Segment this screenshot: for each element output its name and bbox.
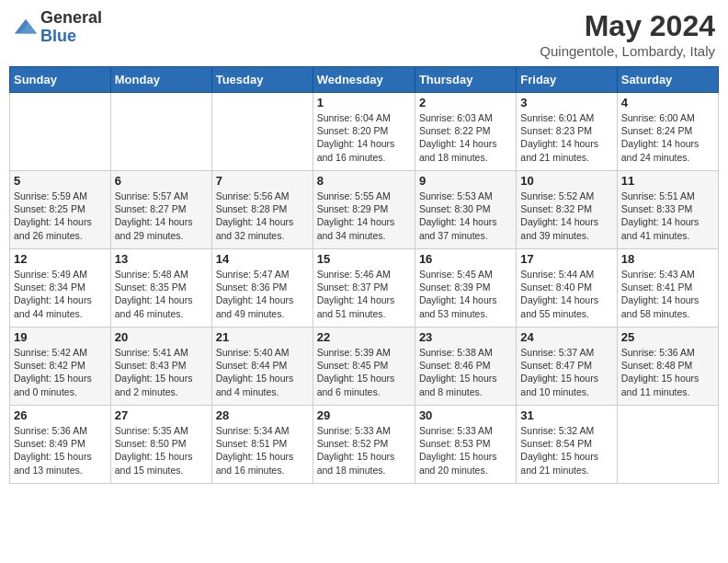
day-number: 2 xyxy=(419,96,512,109)
day-detail: Sunrise: 5:45 AM Sunset: 8:39 PM Dayligh… xyxy=(419,268,512,320)
calendar-cell: 27Sunrise: 5:35 AM Sunset: 8:50 PM Dayli… xyxy=(110,406,211,484)
day-detail: Sunrise: 5:41 AM Sunset: 8:43 PM Dayligh… xyxy=(115,346,208,398)
calendar-cell: 26Sunrise: 5:36 AM Sunset: 8:49 PM Dayli… xyxy=(10,406,111,484)
day-number: 26 xyxy=(14,408,107,422)
weekday-header-wednesday: Wednesday xyxy=(313,67,415,93)
week-row-2: 5Sunrise: 5:59 AM Sunset: 8:25 PM Daylig… xyxy=(10,171,719,249)
calendar-cell: 13Sunrise: 5:48 AM Sunset: 8:35 PM Dayli… xyxy=(110,249,211,327)
logo-text: General Blue xyxy=(40,9,102,46)
weekday-header-thursday: Thursday xyxy=(415,67,516,93)
day-number: 9 xyxy=(419,174,512,188)
calendar-cell: 18Sunrise: 5:43 AM Sunset: 8:41 PM Dayli… xyxy=(617,249,718,327)
day-number: 4 xyxy=(621,96,714,109)
calendar-cell: 23Sunrise: 5:38 AM Sunset: 8:46 PM Dayli… xyxy=(415,327,516,406)
day-detail: Sunrise: 5:53 AM Sunset: 8:30 PM Dayligh… xyxy=(419,190,512,242)
logo-blue: Blue xyxy=(40,28,102,46)
day-number: 15 xyxy=(317,252,411,266)
calendar-cell: 21Sunrise: 5:40 AM Sunset: 8:44 PM Dayli… xyxy=(211,327,313,406)
weekday-header-tuesday: Tuesday xyxy=(211,67,313,93)
day-number: 23 xyxy=(419,330,512,344)
day-number: 28 xyxy=(216,408,309,422)
day-detail: Sunrise: 5:47 AM Sunset: 8:36 PM Dayligh… xyxy=(216,268,309,320)
day-number: 7 xyxy=(216,174,309,188)
day-detail: Sunrise: 5:35 AM Sunset: 8:50 PM Dayligh… xyxy=(115,424,208,477)
calendar-cell: 19Sunrise: 5:42 AM Sunset: 8:42 PM Dayli… xyxy=(10,327,111,406)
day-number: 5 xyxy=(14,174,107,188)
calendar-cell: 6Sunrise: 5:57 AM Sunset: 8:27 PM Daylig… xyxy=(110,171,211,249)
calendar-cell: 12Sunrise: 5:49 AM Sunset: 8:34 PM Dayli… xyxy=(10,249,111,327)
calendar-cell: 28Sunrise: 5:34 AM Sunset: 8:51 PM Dayli… xyxy=(211,406,313,484)
day-detail: Sunrise: 5:39 AM Sunset: 8:45 PM Dayligh… xyxy=(317,346,411,398)
day-detail: Sunrise: 5:33 AM Sunset: 8:52 PM Dayligh… xyxy=(317,424,411,477)
page-header: General Blue May 2024 Quingentole, Lomba… xyxy=(9,9,719,59)
calendar-cell: 15Sunrise: 5:46 AM Sunset: 8:37 PM Dayli… xyxy=(313,249,415,327)
calendar-cell: 2Sunrise: 6:03 AM Sunset: 8:22 PM Daylig… xyxy=(415,93,516,171)
weekday-header-friday: Friday xyxy=(517,67,617,93)
day-detail: Sunrise: 5:32 AM Sunset: 8:54 PM Dayligh… xyxy=(520,424,612,477)
calendar-table: SundayMondayTuesdayWednesdayThursdayFrid… xyxy=(9,66,719,484)
logo-icon xyxy=(13,15,39,40)
day-number: 6 xyxy=(115,174,208,188)
calendar-cell xyxy=(10,93,111,171)
title-block: May 2024 Quingentole, Lombardy, Italy xyxy=(540,9,715,59)
day-number: 25 xyxy=(621,330,714,344)
day-detail: Sunrise: 5:55 AM Sunset: 8:29 PM Dayligh… xyxy=(317,190,411,242)
day-number: 17 xyxy=(520,252,612,266)
day-detail: Sunrise: 5:46 AM Sunset: 8:37 PM Dayligh… xyxy=(317,268,411,320)
day-detail: Sunrise: 6:00 AM Sunset: 8:24 PM Dayligh… xyxy=(621,111,714,164)
calendar-cell: 4Sunrise: 6:00 AM Sunset: 8:24 PM Daylig… xyxy=(617,93,718,171)
day-detail: Sunrise: 5:49 AM Sunset: 8:34 PM Dayligh… xyxy=(14,268,107,320)
day-number: 10 xyxy=(520,174,612,188)
day-number: 20 xyxy=(115,330,208,344)
calendar-cell: 11Sunrise: 5:51 AM Sunset: 8:33 PM Dayli… xyxy=(617,171,718,249)
calendar-cell: 14Sunrise: 5:47 AM Sunset: 8:36 PM Dayli… xyxy=(211,249,313,327)
day-detail: Sunrise: 5:59 AM Sunset: 8:25 PM Dayligh… xyxy=(14,190,107,242)
calendar-cell: 8Sunrise: 5:55 AM Sunset: 8:29 PM Daylig… xyxy=(313,171,415,249)
calendar-cell: 3Sunrise: 6:01 AM Sunset: 8:23 PM Daylig… xyxy=(517,93,617,171)
day-number: 16 xyxy=(419,252,512,266)
week-row-4: 19Sunrise: 5:42 AM Sunset: 8:42 PM Dayli… xyxy=(10,327,719,406)
day-detail: Sunrise: 5:37 AM Sunset: 8:47 PM Dayligh… xyxy=(520,346,612,398)
calendar-cell: 9Sunrise: 5:53 AM Sunset: 8:30 PM Daylig… xyxy=(415,171,516,249)
day-number: 8 xyxy=(317,174,411,188)
day-detail: Sunrise: 5:42 AM Sunset: 8:42 PM Dayligh… xyxy=(14,346,107,398)
day-detail: Sunrise: 5:36 AM Sunset: 8:48 PM Dayligh… xyxy=(621,346,714,398)
week-row-3: 12Sunrise: 5:49 AM Sunset: 8:34 PM Dayli… xyxy=(10,249,719,327)
calendar-cell: 1Sunrise: 6:04 AM Sunset: 8:20 PM Daylig… xyxy=(313,93,415,171)
day-number: 11 xyxy=(621,174,714,188)
day-detail: Sunrise: 5:51 AM Sunset: 8:33 PM Dayligh… xyxy=(621,190,714,242)
month-year: May 2024 xyxy=(540,9,715,43)
weekday-header-sunday: Sunday xyxy=(10,67,111,93)
calendar-cell: 24Sunrise: 5:37 AM Sunset: 8:47 PM Dayli… xyxy=(517,327,617,406)
day-detail: Sunrise: 5:34 AM Sunset: 8:51 PM Dayligh… xyxy=(216,424,309,477)
day-number: 1 xyxy=(317,96,411,109)
calendar-cell: 10Sunrise: 5:52 AM Sunset: 8:32 PM Dayli… xyxy=(517,171,617,249)
day-number: 29 xyxy=(317,408,411,422)
location: Quingentole, Lombardy, Italy xyxy=(540,43,715,59)
calendar-cell: 30Sunrise: 5:33 AM Sunset: 8:53 PM Dayli… xyxy=(415,406,516,484)
day-number: 21 xyxy=(216,330,309,344)
day-detail: Sunrise: 5:48 AM Sunset: 8:35 PM Dayligh… xyxy=(115,268,208,320)
day-number: 31 xyxy=(520,408,612,422)
day-number: 22 xyxy=(317,330,411,344)
day-detail: Sunrise: 6:01 AM Sunset: 8:23 PM Dayligh… xyxy=(520,111,612,164)
day-detail: Sunrise: 5:44 AM Sunset: 8:40 PM Dayligh… xyxy=(520,268,612,320)
calendar-cell: 22Sunrise: 5:39 AM Sunset: 8:45 PM Dayli… xyxy=(313,327,415,406)
calendar-cell: 7Sunrise: 5:56 AM Sunset: 8:28 PM Daylig… xyxy=(211,171,313,249)
calendar-cell: 25Sunrise: 5:36 AM Sunset: 8:48 PM Dayli… xyxy=(617,327,718,406)
logo-general: General xyxy=(40,9,102,28)
day-detail: Sunrise: 5:56 AM Sunset: 8:28 PM Dayligh… xyxy=(216,190,309,242)
day-detail: Sunrise: 6:04 AM Sunset: 8:20 PM Dayligh… xyxy=(317,111,411,164)
day-number: 12 xyxy=(14,252,107,266)
calendar-cell: 17Sunrise: 5:44 AM Sunset: 8:40 PM Dayli… xyxy=(517,249,617,327)
day-detail: Sunrise: 5:57 AM Sunset: 8:27 PM Dayligh… xyxy=(115,190,208,242)
weekday-header-saturday: Saturday xyxy=(617,67,718,93)
calendar-cell xyxy=(110,93,211,171)
day-detail: Sunrise: 6:03 AM Sunset: 8:22 PM Dayligh… xyxy=(419,111,512,164)
calendar-cell xyxy=(617,406,718,484)
calendar-cell: 29Sunrise: 5:33 AM Sunset: 8:52 PM Dayli… xyxy=(313,406,415,484)
day-number: 14 xyxy=(216,252,309,266)
day-detail: Sunrise: 5:33 AM Sunset: 8:53 PM Dayligh… xyxy=(419,424,512,477)
calendar-cell: 16Sunrise: 5:45 AM Sunset: 8:39 PM Dayli… xyxy=(415,249,516,327)
day-detail: Sunrise: 5:43 AM Sunset: 8:41 PM Dayligh… xyxy=(621,268,714,320)
